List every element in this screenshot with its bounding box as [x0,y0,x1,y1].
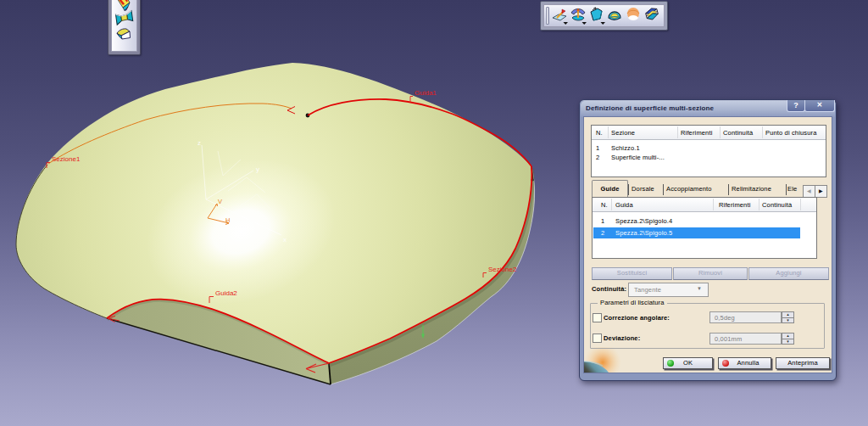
svg-text:H: H [225,216,230,224]
svg-text:x: x [283,236,287,244]
svg-text:V: V [218,198,222,205]
svg-text:Sezione1: Sezione1 [52,155,81,163]
svg-text:Guida2: Guida2 [215,289,237,297]
svg-text:z: z [198,139,201,147]
svg-text:y: y [256,165,259,173]
svg-text:Sezione2: Sezione2 [488,266,517,273]
svg-text:Guida1: Guida1 [415,89,437,97]
